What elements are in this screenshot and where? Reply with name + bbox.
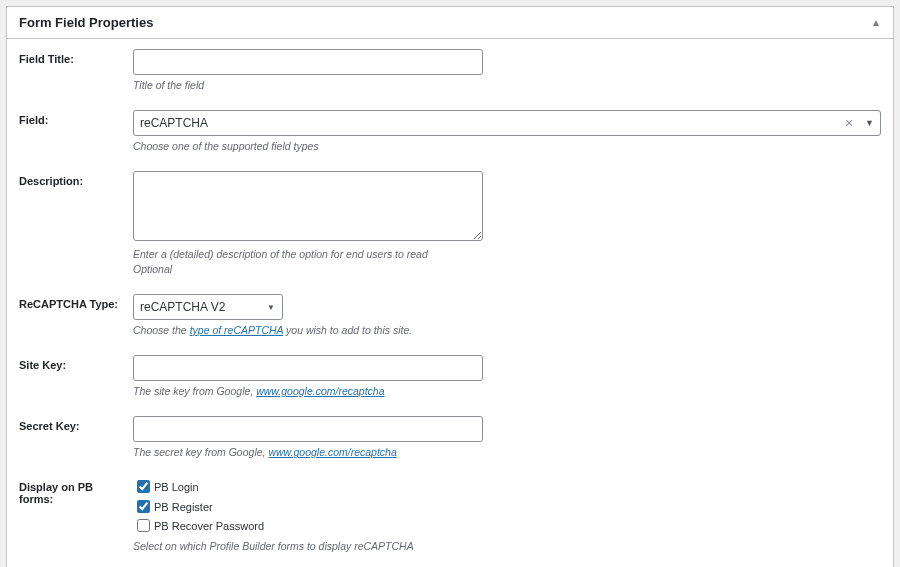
hint-description-1: Enter a (detailed) description of the op… (133, 247, 881, 261)
check-pb-recover[interactable]: PB Recover Password (133, 516, 881, 536)
link-secret-key[interactable]: www.google.com/recaptcha (268, 446, 396, 458)
checkbox-pb-register[interactable] (137, 500, 150, 513)
label-field: Field: (19, 110, 133, 126)
checkbox-pb-login[interactable] (137, 480, 150, 493)
field-type-select[interactable]: reCAPTCHA × ▼ (133, 110, 881, 136)
row-recaptcha-type: ReCAPTCHA Type: reCAPTCHA V2 Choose the … (19, 294, 881, 337)
form-field-properties-panel: Form Field Properties ▲ Field Title: Tit… (6, 6, 894, 567)
panel-body: Field Title: Title of the field Field: r… (7, 39, 893, 567)
hint-field: Choose one of the supported field types (133, 139, 881, 153)
description-textarea[interactable] (133, 171, 483, 241)
panel-title: Form Field Properties (19, 15, 153, 30)
hint-field-title: Title of the field (133, 78, 881, 92)
row-description: Description: Enter a (detailed) descript… (19, 171, 881, 275)
panel-header[interactable]: Form Field Properties ▲ (7, 7, 893, 39)
checks-display-pb: PB Login PB Register PB Recover Password (133, 477, 881, 536)
row-secret-key: Secret Key: The secret key from Google, … (19, 416, 881, 459)
row-display-pb: Display on PB forms: PB Login PB Registe… (19, 477, 881, 553)
label-secret-key: Secret Key: (19, 416, 133, 432)
row-field: Field: reCAPTCHA × ▼ Choose one of the s… (19, 110, 881, 153)
hint-description-2: Optional (133, 262, 881, 276)
link-recaptcha-type[interactable]: type of reCAPTCHA (190, 324, 284, 336)
site-key-input[interactable] (133, 355, 483, 381)
clear-icon[interactable]: × (845, 115, 853, 131)
field-type-selected: reCAPTCHA (140, 116, 208, 130)
collapse-icon[interactable]: ▲ (871, 17, 881, 28)
label-recaptcha-type: ReCAPTCHA Type: (19, 294, 133, 310)
check-pb-register[interactable]: PB Register (133, 497, 881, 517)
checkbox-pb-recover[interactable] (137, 519, 150, 532)
hint-display-pb: Select on which Profile Builder forms to… (133, 539, 881, 553)
hint-recaptcha-type: Choose the type of reCAPTCHA you wish to… (133, 323, 881, 337)
recaptcha-type-select[interactable]: reCAPTCHA V2 (133, 294, 283, 320)
chevron-down-icon: ▼ (865, 118, 874, 128)
field-title-input[interactable] (133, 49, 483, 75)
label-display-pb: Display on PB forms: (19, 477, 133, 505)
link-site-key[interactable]: www.google.com/recaptcha (256, 385, 384, 397)
secret-key-input[interactable] (133, 416, 483, 442)
hint-site-key: The site key from Google, www.google.com… (133, 384, 881, 398)
hint-secret-key: The secret key from Google, www.google.c… (133, 445, 881, 459)
check-pb-login[interactable]: PB Login (133, 477, 881, 497)
row-field-title: Field Title: Title of the field (19, 49, 881, 92)
label-field-title: Field Title: (19, 49, 133, 65)
row-site-key: Site Key: The site key from Google, www.… (19, 355, 881, 398)
label-site-key: Site Key: (19, 355, 133, 371)
label-description: Description: (19, 171, 133, 187)
